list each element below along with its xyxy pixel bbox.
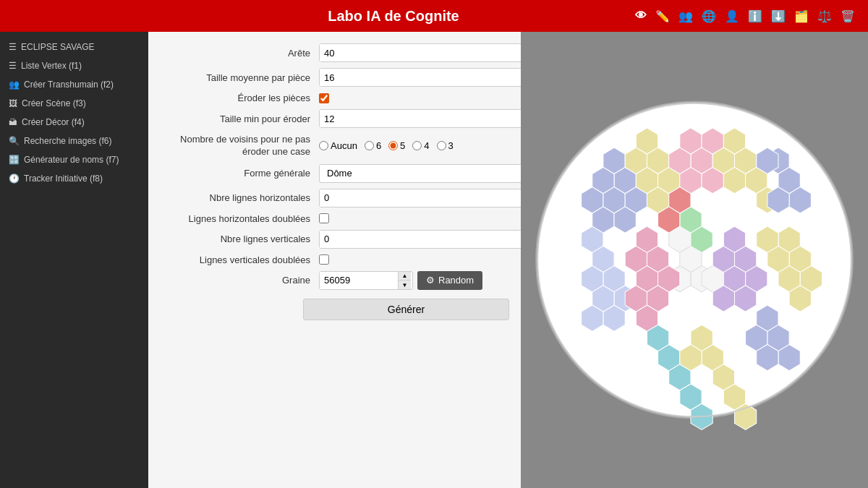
sidebar-item-creer-decor[interactable]: 🏔 Créer Décor (f4) (0, 113, 148, 132)
lignes-h-input-wrap: ▲ ▼ (319, 189, 521, 207)
sidebar-item-creer-transhumain[interactable]: 👥 Créer Transhumain (f2) (0, 75, 148, 94)
graine-row: Graine ▲ ▼ ⚙ Random (160, 271, 509, 290)
voisins-6[interactable]: 6 (365, 140, 381, 151)
taille-moyenne-label: Taille moyenne par pièce (160, 72, 319, 83)
sidebar-item-recherche-images[interactable]: 🔍 Recherche images (f6) (0, 132, 148, 150)
random-button[interactable]: ⚙ Random (417, 271, 482, 290)
taille-min-input-wrap: ▲ ▼ (319, 109, 521, 128)
graine-input-wrap: ▲ ▼ (319, 271, 413, 290)
lignes-h-doubles-control (319, 213, 329, 223)
lignes-v-input[interactable] (320, 231, 521, 248)
lignes-v-label: Nbre lignes verticales (160, 234, 319, 244)
arete-label: Arête (160, 48, 319, 59)
graine-spinner: ▲ ▼ (398, 272, 411, 289)
sidebar-item-tracker-initiative[interactable]: 🕐 Tracker Initiative (f8) (0, 169, 148, 188)
sidebar-item-liste-vertex[interactable]: ☰ Liste Vertex (f1) (0, 56, 148, 75)
sidebar-label-creer-scene: Créer Scène (f3) (22, 98, 86, 108)
voisins-5[interactable]: 5 (388, 140, 405, 151)
download-icon[interactable]: ⬇️ (771, 9, 786, 23)
sidebar-label-creer-transhumain: Créer Transhumain (f2) (24, 80, 114, 90)
forme-row: Forme générale Dôme Carré Hexagone (160, 164, 509, 183)
lignes-h-doubles-label: Lignes horizontales doublées (160, 213, 319, 224)
sidebar-label-tracker-initiative: Tracker Initiative (f8) (24, 174, 103, 184)
voisins-control: Aucun 6 5 4 3 (319, 140, 454, 151)
arete-input-wrap: ▲ ▼ (319, 43, 521, 62)
search-icon: 🔍 (9, 136, 20, 146)
lignes-h-input[interactable] (320, 189, 521, 207)
generator-icon: 🔡 (9, 155, 20, 165)
arete-input[interactable] (320, 44, 521, 61)
graine-label: Graine (160, 275, 319, 286)
lignes-v-doubles-label: Lignes verticales doublées (160, 254, 319, 265)
sidebar-item-generateur-noms[interactable]: 🔡 Générateur de noms (f7) (0, 150, 148, 169)
voisins-radio-group: Aucun 6 5 4 3 (319, 140, 454, 151)
taille-moyenne-row: Taille moyenne par pièce ▲ ▼ (160, 68, 509, 87)
decor-icon: 🏔 (9, 117, 17, 127)
taille-moyenne-input-wrap: ▲ ▼ (319, 68, 521, 87)
taille-moyenne-control: ▲ ▼ (319, 68, 521, 87)
voisins-label: Nombre de voisins pour ne pas éroder une… (160, 134, 319, 158)
voisins-aucun[interactable]: Aucun (319, 140, 357, 151)
eroder-row: Éroder les pièces (160, 93, 509, 103)
sidebar-item-eclipse-savage[interactable]: ☰ ECLIPSE SAVAGE (0, 38, 148, 56)
forme-select[interactable]: Dôme Carré Hexagone (319, 164, 521, 183)
info-icon[interactable]: ℹ️ (748, 9, 762, 23)
lignes-h-label: Nbre lignes horizontales (160, 192, 319, 203)
sidebar-label-creer-decor: Créer Décor (f4) (22, 117, 85, 127)
sidebar-label-generateur-noms: Générateur de noms (f7) (24, 155, 119, 165)
sidebar-label-eclipse-savage: ECLIPSE SAVAGE (21, 42, 95, 52)
sidebar-label-liste-vertex: Liste Vertex (f1) (21, 61, 82, 71)
sidebar-label-recherche-images: Recherche images (f6) (24, 136, 111, 146)
generer-button[interactable]: Générer (303, 299, 509, 320)
voisins-3[interactable]: 3 (437, 140, 454, 151)
forme-control: Dôme Carré Hexagone (319, 164, 521, 183)
taille-min-row: Taille min pour éroder ▲ ▼ (160, 109, 509, 128)
list-icon: ☰ (9, 61, 17, 71)
arete-control: ▲ ▼ (319, 43, 521, 62)
forme-label: Forme générale (160, 168, 319, 179)
canvas-area: // We'll draw this via the inline script… (521, 32, 868, 488)
random-label: Random (438, 275, 474, 286)
arete-row: Arête ▲ ▼ (160, 43, 509, 62)
taille-min-input[interactable] (320, 110, 521, 127)
voisins-4[interactable]: 4 (412, 140, 429, 151)
globe-icon[interactable]: 🌐 (702, 9, 716, 23)
graine-inner: ▲ ▼ ⚙ Random (319, 271, 482, 290)
lignes-v-doubles-row: Lignes verticales doublées (160, 254, 509, 265)
group-icon[interactable]: 👥 (678, 9, 693, 23)
app-header: Labo IA de Cognite 👁 ✏️ 👥 🌐 👤 ℹ️ ⬇️ 🗂️ ⚖… (0, 0, 868, 32)
taille-min-control: ▲ ▼ (319, 109, 521, 128)
menu-icon: ☰ (9, 42, 17, 52)
main-container: ☰ ECLIPSE SAVAGE ☰ Liste Vertex (f1) 👥 C… (0, 32, 868, 488)
generer-row: Générer (160, 296, 509, 320)
edit-icon[interactable]: ✏️ (655, 9, 670, 23)
sidebar-item-creer-scene[interactable]: 🖼 Créer Scène (f3) (0, 94, 148, 113)
hex-map-svg: // We'll draw this via the inline script… (527, 38, 862, 482)
transhumain-icon: 👥 (9, 80, 20, 90)
balance-icon[interactable]: ⚖️ (817, 9, 832, 23)
eroder-control (319, 93, 329, 103)
dice-icon: ⚙ (426, 275, 435, 286)
lignes-v-row: Nbre lignes verticales ▲ ▼ (160, 230, 509, 249)
content-area: Arête ▲ ▼ Taille moyenne par pièce ▲ (148, 32, 521, 488)
lignes-h-doubles-checkbox[interactable] (319, 213, 329, 223)
scene-icon: 🖼 (9, 98, 17, 108)
graine-control: ▲ ▼ ⚙ Random (319, 271, 482, 290)
taille-min-label: Taille min pour éroder (160, 114, 319, 124)
header-toolbar: 👁 ✏️ 👥 🌐 👤 ℹ️ ⬇️ 🗂️ ⚖️ 🗑️ (635, 9, 861, 23)
lignes-v-input-wrap: ▲ ▼ (319, 230, 521, 249)
eroder-checkbox[interactable] (319, 93, 329, 103)
person-icon[interactable]: 👤 (725, 9, 739, 23)
graine-down[interactable]: ▼ (398, 281, 411, 289)
clock-icon: 🕐 (9, 174, 20, 184)
graine-up[interactable]: ▲ (398, 272, 411, 281)
folder-icon[interactable]: 🗂️ (794, 9, 809, 23)
lignes-v-control: ▲ ▼ (319, 230, 521, 249)
eroder-label: Éroder les pièces (160, 93, 319, 103)
taille-moyenne-input[interactable] (320, 69, 521, 86)
eye-icon[interactable]: 👁 (635, 9, 647, 22)
lignes-v-doubles-checkbox[interactable] (319, 254, 329, 265)
graine-input[interactable] (320, 272, 398, 289)
sidebar: ☰ ECLIPSE SAVAGE ☰ Liste Vertex (f1) 👥 C… (0, 32, 148, 488)
trash-icon[interactable]: 🗑️ (841, 9, 855, 23)
